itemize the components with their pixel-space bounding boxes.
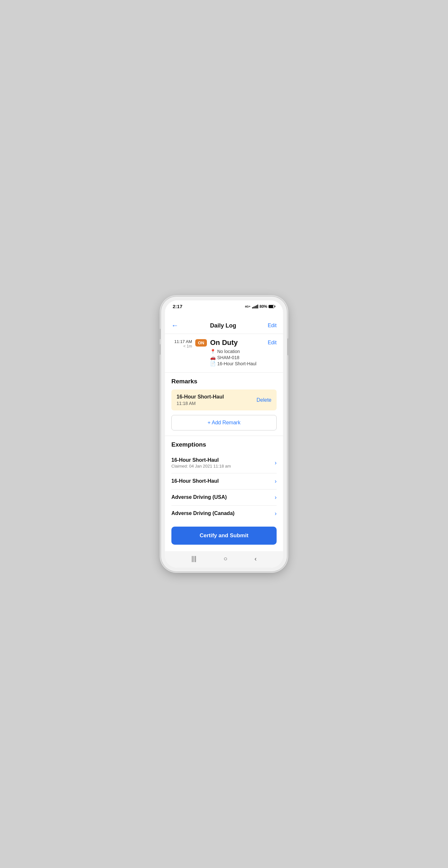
menu-icon[interactable]: ||| <box>191 555 197 562</box>
location-icon: 📍 <box>210 349 215 354</box>
exemption-name-1: 16-Hour Short-Haul <box>171 478 219 484</box>
page-title: Daily Log <box>210 322 236 329</box>
exemptions-section: Exemptions 16-Hour Short-Haul Claimed: 0… <box>165 436 283 522</box>
certify-submit-button[interactable]: Certify and Submit <box>171 527 277 545</box>
exemption-name-2: Adverse Driving (USA) <box>171 494 227 500</box>
notch <box>201 310 247 317</box>
chevron-icon-2: › <box>275 494 277 501</box>
log-time-sub: < 1m <box>171 344 192 348</box>
exemption-claimed-0: Claimed: 04 Jan 2021 11:18 am <box>171 464 231 468</box>
exemption-info-2: Adverse Driving (USA) <box>171 494 227 501</box>
delete-remark-button[interactable]: Delete <box>257 397 271 403</box>
network-label: 4G+ <box>245 305 250 308</box>
log-entry: 11:17 AM < 1m ON On Duty 📍 No location 🚗… <box>165 334 283 373</box>
exemptions-title: Exemptions <box>171 441 277 448</box>
exemption-name-0: 16-Hour Short-Haul <box>171 457 231 463</box>
remarks-section: Remarks 16-Hour Short-Haul 11:18 AM Dele… <box>165 373 283 436</box>
chevron-icon-0: › <box>275 460 277 466</box>
signal-icon <box>252 305 258 308</box>
exemption-item-1[interactable]: 16-Hour Short-Haul › <box>171 473 277 490</box>
log-location-row: 📍 No location <box>210 349 264 354</box>
battery-icon <box>269 305 275 308</box>
home-icon[interactable]: ○ <box>223 555 227 562</box>
battery-percent: 80% <box>260 304 267 309</box>
log-status-badge: ON <box>195 339 207 346</box>
document-icon: 📄 <box>210 361 215 366</box>
exemption-item-2[interactable]: Adverse Driving (USA) › <box>171 490 277 506</box>
remark-info: 16-Hour Short-Haul 11:18 AM <box>177 394 224 406</box>
exemption-info-3: Adverse Driving (Canada) <box>171 510 235 517</box>
back-button[interactable]: ← <box>171 321 178 330</box>
log-time-main: 11:17 AM <box>171 339 192 344</box>
log-time: 11:17 AM < 1m <box>171 339 192 348</box>
log-vehicle: SHAM-018 <box>217 355 239 360</box>
remarks-title: Remarks <box>171 378 277 385</box>
vehicle-icon: 🚗 <box>210 355 215 360</box>
log-details: On Duty 📍 No location 🚗 SHAM-018 📄 16-Ho… <box>210 339 264 367</box>
chevron-icon-1: › <box>275 478 277 485</box>
remark-time: 11:18 AM <box>177 401 224 406</box>
exemption-item-0[interactable]: 16-Hour Short-Haul Claimed: 04 Jan 2021 … <box>171 453 277 473</box>
exemption-name-3: Adverse Driving (Canada) <box>171 510 235 516</box>
bottom-navigation: ||| ○ ‹ <box>165 551 283 567</box>
chevron-icon-3: › <box>275 510 277 517</box>
log-status-text: On Duty <box>210 339 264 347</box>
exemption-item-3[interactable]: Adverse Driving (Canada) › <box>171 506 277 522</box>
remark-card: 16-Hour Short-Haul 11:18 AM Delete <box>171 390 277 410</box>
log-exemption: 16-Hour Short-Haul <box>217 361 256 366</box>
log-edit-button[interactable]: Edit <box>268 339 277 346</box>
status-time: 2:17 <box>173 304 182 309</box>
app-header: ← Daily Log Edit <box>165 318 283 334</box>
exemption-info-1: 16-Hour Short-Haul <box>171 478 219 485</box>
add-remark-button[interactable]: + Add Remark <box>171 415 277 430</box>
log-exemption-row: 📄 16-Hour Short-Haul <box>210 361 264 366</box>
remark-name: 16-Hour Short-Haul <box>177 394 224 400</box>
log-location: No location <box>217 349 240 354</box>
back-nav-icon[interactable]: ‹ <box>255 555 257 562</box>
header-edit-button[interactable]: Edit <box>268 323 277 329</box>
exemption-info-0: 16-Hour Short-Haul Claimed: 04 Jan 2021 … <box>171 457 231 468</box>
log-vehicle-row: 🚗 SHAM-018 <box>210 355 264 360</box>
